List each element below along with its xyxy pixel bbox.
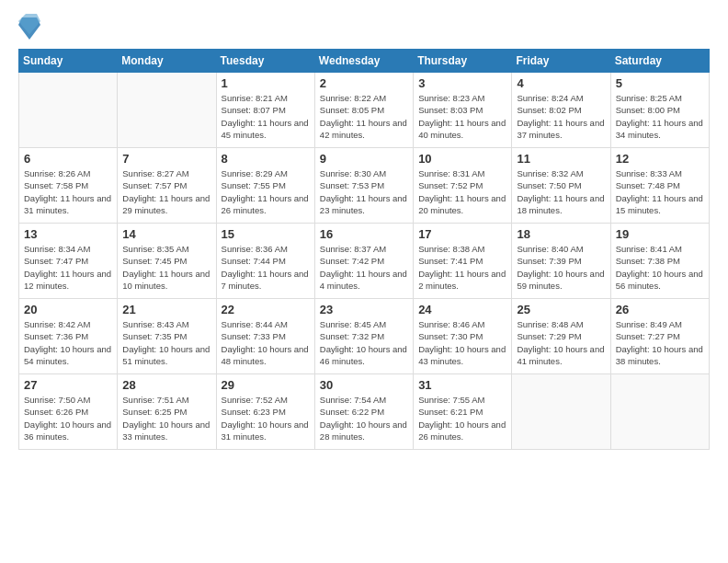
day-number: 19 bbox=[616, 227, 704, 241]
day-info: Sunrise: 8:36 AMSunset: 7:44 PMDaylight:… bbox=[222, 243, 310, 292]
day-number: 17 bbox=[418, 227, 506, 241]
calendar-day-cell bbox=[118, 73, 216, 148]
day-number: 1 bbox=[222, 76, 310, 90]
day-number: 3 bbox=[418, 76, 506, 90]
calendar-day-cell bbox=[512, 374, 610, 450]
day-number: 9 bbox=[320, 152, 408, 166]
day-number: 29 bbox=[222, 378, 310, 392]
day-info: Sunrise: 8:27 AMSunset: 7:57 PMDaylight:… bbox=[122, 167, 210, 216]
day-number: 22 bbox=[222, 303, 310, 316]
calendar-day-cell: 27Sunrise: 7:50 AMSunset: 6:26 PMDayligh… bbox=[19, 374, 118, 450]
calendar-day-cell: 5Sunrise: 8:25 AMSunset: 8:00 PMDaylight… bbox=[610, 73, 709, 148]
day-info: Sunrise: 7:50 AMSunset: 6:26 PMDaylight:… bbox=[24, 394, 112, 442]
day-number: 2 bbox=[320, 76, 408, 90]
calendar-day-cell: 24Sunrise: 8:46 AMSunset: 7:30 PMDayligh… bbox=[414, 299, 512, 374]
day-info: Sunrise: 7:51 AMSunset: 6:25 PMDaylight:… bbox=[122, 394, 210, 442]
calendar-day-cell: 8Sunrise: 8:29 AMSunset: 7:55 PMDaylight… bbox=[216, 148, 314, 224]
day-number: 7 bbox=[122, 152, 210, 166]
day-number: 20 bbox=[24, 303, 112, 316]
day-number: 25 bbox=[517, 303, 605, 316]
day-info: Sunrise: 8:43 AMSunset: 7:35 PMDaylight:… bbox=[122, 318, 210, 367]
day-info: Sunrise: 8:48 AMSunset: 7:29 PMDaylight:… bbox=[517, 318, 605, 367]
calendar-day-cell: 25Sunrise: 8:48 AMSunset: 7:29 PMDayligh… bbox=[512, 299, 610, 374]
day-number: 26 bbox=[616, 303, 704, 316]
calendar-day-cell: 17Sunrise: 8:38 AMSunset: 7:41 PMDayligh… bbox=[414, 224, 512, 299]
day-number: 10 bbox=[418, 152, 506, 166]
calendar-day-cell: 18Sunrise: 8:40 AMSunset: 7:39 PMDayligh… bbox=[512, 224, 610, 299]
calendar-weekday-header: Friday bbox=[512, 50, 610, 73]
calendar-weekday-header: Wednesday bbox=[314, 50, 413, 73]
day-info: Sunrise: 8:38 AMSunset: 7:41 PMDaylight:… bbox=[418, 243, 506, 292]
day-number: 23 bbox=[320, 303, 408, 316]
day-info: Sunrise: 8:41 AMSunset: 7:38 PMDaylight:… bbox=[616, 243, 704, 292]
calendar-day-cell bbox=[610, 374, 709, 450]
calendar-week-row: 6Sunrise: 8:26 AMSunset: 7:58 PMDaylight… bbox=[19, 148, 710, 224]
calendar-day-cell: 21Sunrise: 8:43 AMSunset: 7:35 PMDayligh… bbox=[118, 299, 216, 374]
day-number: 11 bbox=[517, 152, 605, 166]
day-number: 14 bbox=[122, 227, 210, 241]
calendar-day-cell: 13Sunrise: 8:34 AMSunset: 7:47 PMDayligh… bbox=[19, 224, 118, 299]
day-info: Sunrise: 8:26 AMSunset: 7:58 PMDaylight:… bbox=[24, 167, 112, 216]
calendar-weekday-header: Monday bbox=[118, 50, 216, 73]
day-number: 31 bbox=[418, 378, 506, 392]
calendar-day-cell: 6Sunrise: 8:26 AMSunset: 7:58 PMDaylight… bbox=[19, 148, 118, 224]
calendar-day-cell: 29Sunrise: 7:52 AMSunset: 6:23 PMDayligh… bbox=[216, 374, 314, 450]
day-info: Sunrise: 8:49 AMSunset: 7:27 PMDaylight:… bbox=[616, 318, 704, 367]
day-info: Sunrise: 8:25 AMSunset: 8:00 PMDaylight:… bbox=[616, 92, 704, 141]
calendar-day-cell: 10Sunrise: 8:31 AMSunset: 7:52 PMDayligh… bbox=[414, 148, 512, 224]
calendar-day-cell: 1Sunrise: 8:21 AMSunset: 8:07 PMDaylight… bbox=[216, 73, 314, 148]
logo-icon bbox=[18, 14, 40, 40]
day-info: Sunrise: 7:55 AMSunset: 6:21 PMDaylight:… bbox=[418, 394, 506, 442]
calendar-week-row: 27Sunrise: 7:50 AMSunset: 6:26 PMDayligh… bbox=[19, 374, 710, 450]
calendar-weekday-header: Saturday bbox=[610, 50, 709, 73]
calendar-day-cell: 23Sunrise: 8:45 AMSunset: 7:32 PMDayligh… bbox=[314, 299, 413, 374]
calendar-day-cell: 31Sunrise: 7:55 AMSunset: 6:21 PMDayligh… bbox=[414, 374, 512, 450]
calendar-day-cell: 16Sunrise: 8:37 AMSunset: 7:42 PMDayligh… bbox=[314, 224, 413, 299]
day-number: 4 bbox=[517, 76, 605, 90]
calendar-day-cell: 2Sunrise: 8:22 AMSunset: 8:05 PMDaylight… bbox=[314, 73, 413, 148]
calendar-weekday-header: Thursday bbox=[414, 50, 512, 73]
day-info: Sunrise: 8:33 AMSunset: 7:48 PMDaylight:… bbox=[616, 167, 704, 216]
day-info: Sunrise: 7:52 AMSunset: 6:23 PMDaylight:… bbox=[222, 394, 310, 442]
calendar-day-cell: 7Sunrise: 8:27 AMSunset: 7:57 PMDaylight… bbox=[118, 148, 216, 224]
day-info: Sunrise: 8:22 AMSunset: 8:05 PMDaylight:… bbox=[320, 92, 408, 141]
calendar-day-cell bbox=[19, 73, 118, 148]
day-number: 21 bbox=[122, 303, 210, 316]
day-number: 27 bbox=[24, 378, 112, 392]
day-number: 30 bbox=[320, 378, 408, 392]
calendar-day-cell: 26Sunrise: 8:49 AMSunset: 7:27 PMDayligh… bbox=[610, 299, 709, 374]
calendar-day-cell: 15Sunrise: 8:36 AMSunset: 7:44 PMDayligh… bbox=[216, 224, 314, 299]
day-number: 6 bbox=[24, 152, 112, 166]
calendar-day-cell: 3Sunrise: 8:23 AMSunset: 8:03 PMDaylight… bbox=[414, 73, 512, 148]
day-info: Sunrise: 8:29 AMSunset: 7:55 PMDaylight:… bbox=[222, 167, 310, 216]
calendar-week-row: 13Sunrise: 8:34 AMSunset: 7:47 PMDayligh… bbox=[19, 224, 710, 299]
page: SundayMondayTuesdayWednesdayThursdayFrid… bbox=[0, 0, 728, 563]
header bbox=[18, 14, 710, 40]
svg-marker-1 bbox=[18, 14, 40, 34]
logo bbox=[18, 14, 45, 40]
day-info: Sunrise: 8:34 AMSunset: 7:47 PMDaylight:… bbox=[24, 243, 112, 292]
day-number: 24 bbox=[418, 303, 506, 316]
calendar-day-cell: 22Sunrise: 8:44 AMSunset: 7:33 PMDayligh… bbox=[216, 299, 314, 374]
day-info: Sunrise: 8:24 AMSunset: 8:02 PMDaylight:… bbox=[517, 92, 605, 141]
day-info: Sunrise: 7:54 AMSunset: 6:22 PMDaylight:… bbox=[320, 394, 408, 442]
day-info: Sunrise: 8:32 AMSunset: 7:50 PMDaylight:… bbox=[517, 167, 605, 216]
calendar-header-row: SundayMondayTuesdayWednesdayThursdayFrid… bbox=[19, 50, 710, 73]
calendar-day-cell: 9Sunrise: 8:30 AMSunset: 7:53 PMDaylight… bbox=[314, 148, 413, 224]
calendar-weekday-header: Sunday bbox=[19, 50, 118, 73]
day-info: Sunrise: 8:40 AMSunset: 7:39 PMDaylight:… bbox=[517, 243, 605, 292]
day-number: 18 bbox=[517, 227, 605, 241]
calendar-day-cell: 14Sunrise: 8:35 AMSunset: 7:45 PMDayligh… bbox=[118, 224, 216, 299]
day-info: Sunrise: 8:42 AMSunset: 7:36 PMDaylight:… bbox=[24, 318, 112, 367]
day-number: 13 bbox=[24, 227, 112, 241]
calendar-day-cell: 20Sunrise: 8:42 AMSunset: 7:36 PMDayligh… bbox=[19, 299, 118, 374]
calendar-day-cell: 12Sunrise: 8:33 AMSunset: 7:48 PMDayligh… bbox=[610, 148, 709, 224]
calendar-day-cell: 11Sunrise: 8:32 AMSunset: 7:50 PMDayligh… bbox=[512, 148, 610, 224]
calendar-weekday-header: Tuesday bbox=[216, 50, 314, 73]
calendar-table: SundayMondayTuesdayWednesdayThursdayFrid… bbox=[18, 49, 710, 450]
day-info: Sunrise: 8:30 AMSunset: 7:53 PMDaylight:… bbox=[320, 167, 408, 216]
calendar-day-cell: 19Sunrise: 8:41 AMSunset: 7:38 PMDayligh… bbox=[610, 224, 709, 299]
day-info: Sunrise: 8:21 AMSunset: 8:07 PMDaylight:… bbox=[222, 92, 310, 141]
day-info: Sunrise: 8:44 AMSunset: 7:33 PMDaylight:… bbox=[222, 318, 310, 367]
calendar-week-row: 1Sunrise: 8:21 AMSunset: 8:07 PMDaylight… bbox=[19, 73, 710, 148]
